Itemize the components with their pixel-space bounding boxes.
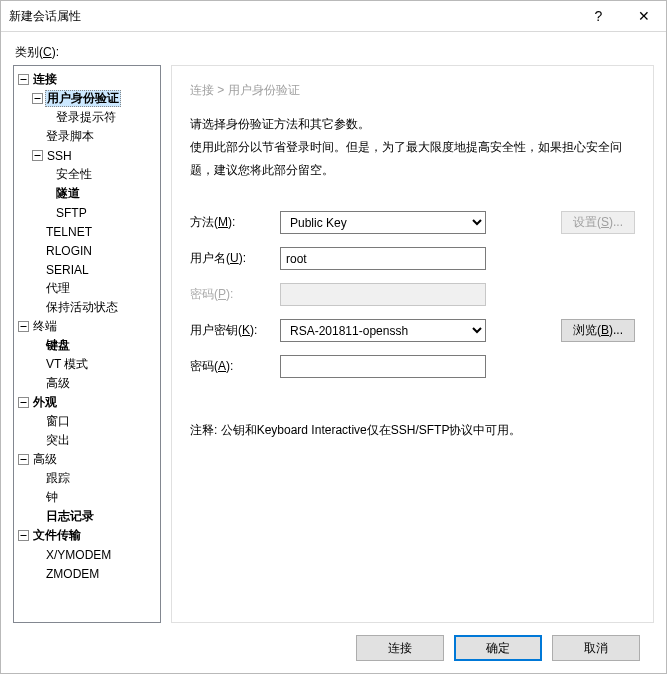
tree-node-ssh[interactable]: SSH — [14, 146, 160, 165]
tree-node-filetransfer[interactable]: 文件传输 — [14, 526, 160, 545]
tree-node-login-prompt[interactable]: 登录提示符 — [14, 108, 160, 127]
tree-node-adv[interactable]: 高级 — [14, 450, 160, 469]
collapse-icon — [32, 150, 43, 161]
ok-button[interactable]: 确定 — [454, 635, 542, 661]
method-label: 方法(M): — [190, 214, 280, 231]
titlebar: 新建会话属性 ? ✕ — [1, 1, 666, 32]
password-label: 密码(P): — [190, 286, 280, 303]
tree-node-appearance[interactable]: 外观 — [14, 393, 160, 412]
tree-node-auth[interactable]: 用户身份验证 — [14, 89, 160, 108]
auth-form: 方法(M): Public Key 设置(S)... 用户名(U): 密码(P)… — [190, 211, 635, 378]
category-tree[interactable]: 连接 用户身份验证 登录提示符 — [13, 65, 161, 623]
tree-node-log[interactable]: 日志记录 — [14, 507, 160, 526]
tree-node-serial[interactable]: SERIAL — [14, 260, 160, 279]
collapse-icon — [32, 93, 43, 104]
tree-node-security[interactable]: 安全性 — [14, 165, 160, 184]
collapse-icon — [18, 530, 29, 541]
help-button[interactable]: ? — [576, 1, 621, 31]
body: 连接 用户身份验证 登录提示符 — [13, 65, 654, 623]
userkey-select[interactable]: RSA-201811-openssh — [280, 319, 486, 342]
collapse-icon — [18, 397, 29, 408]
tree-node-keyboard[interactable]: 键盘 — [14, 336, 160, 355]
tree-node-sftp[interactable]: SFTP — [14, 203, 160, 222]
method-select[interactable]: Public Key — [280, 211, 486, 234]
tree-node-advanced[interactable]: 高级 — [14, 374, 160, 393]
connect-button[interactable]: 连接 — [356, 635, 444, 661]
tree-node-trace[interactable]: 跟踪 — [14, 469, 160, 488]
window-title: 新建会话属性 — [9, 8, 576, 25]
cancel-button[interactable]: 取消 — [552, 635, 640, 661]
tree-node-vtmode[interactable]: VT 模式 — [14, 355, 160, 374]
username-label: 用户名(U): — [190, 250, 280, 267]
category-label: 类别(C): — [15, 44, 654, 61]
settings-pane: 连接 > 用户身份验证 请选择身份验证方法和其它参数。 使用此部分以节省登录时间… — [171, 65, 654, 623]
tree-node-highlight[interactable]: 突出 — [14, 431, 160, 450]
keypass-label: 密码(A): — [190, 358, 280, 375]
tree-node-rlogin[interactable]: RLOGIN — [14, 241, 160, 260]
tree-node-window[interactable]: 窗口 — [14, 412, 160, 431]
footer: 连接 确定 取消 — [13, 623, 654, 673]
tree-node-terminal[interactable]: 终端 — [14, 317, 160, 336]
collapse-icon — [18, 454, 29, 465]
description: 请选择身份验证方法和其它参数。 使用此部分以节省登录时间。但是，为了最大限度地提… — [190, 113, 635, 181]
close-button[interactable]: ✕ — [621, 1, 666, 31]
tree-node-clock[interactable]: 钟 — [14, 488, 160, 507]
tree-node-zmodem[interactable]: ZMODEM — [14, 564, 160, 583]
dialog-window: 新建会话属性 ? ✕ 类别(C): 连接 — [0, 0, 667, 674]
browse-button[interactable]: 浏览(B)... — [561, 319, 635, 342]
keypass-input[interactable] — [280, 355, 486, 378]
tree-node-proxy[interactable]: 代理 — [14, 279, 160, 298]
tree-node-connection[interactable]: 连接 — [14, 70, 160, 89]
collapse-icon — [18, 321, 29, 332]
tree-node-keepalive[interactable]: 保持活动状态 — [14, 298, 160, 317]
password-input — [280, 283, 486, 306]
userkey-label: 用户密钥(K): — [190, 322, 280, 339]
note: 注释: 公钥和Keyboard Interactive仅在SSH/SFTP协议中… — [190, 422, 635, 439]
setup-button: 设置(S)... — [561, 211, 635, 234]
username-input[interactable] — [280, 247, 486, 270]
tree-node-login-script[interactable]: 登录脚本 — [14, 127, 160, 146]
collapse-icon — [18, 74, 29, 85]
tree-node-tunnel[interactable]: 隧道 — [14, 184, 160, 203]
breadcrumb: 连接 > 用户身份验证 — [190, 82, 635, 99]
tree-node-telnet[interactable]: TELNET — [14, 222, 160, 241]
tree-node-xymodem[interactable]: X/YMODEM — [14, 545, 160, 564]
content: 类别(C): 连接 用户身份验证 — [1, 32, 666, 673]
